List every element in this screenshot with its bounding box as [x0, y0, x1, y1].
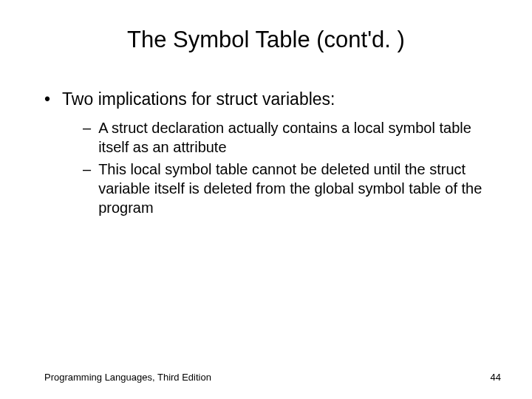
sub-bullet-item: – This local symbol table cannot be dele…: [83, 160, 502, 217]
slide-footer: Programming Languages, Third Edition 44: [44, 372, 501, 383]
main-bullet-text: Two implications for struct variables:: [62, 89, 335, 111]
bullet-dot-icon: •: [44, 89, 50, 111]
sub-bullet-text: This local symbol table cannot be delete…: [98, 160, 502, 217]
slide-container: The Symbol Table (cont'd. ) • Two implic…: [0, 0, 532, 399]
slide-content: • Two implications for struct variables:…: [30, 89, 502, 217]
sub-bullet-text: A struct declaration actually contains a…: [98, 118, 502, 157]
dash-icon: –: [83, 118, 91, 137]
sub-bullet-item: – A struct declaration actually contains…: [83, 118, 502, 157]
sub-bullet-list: – A struct declaration actually contains…: [44, 118, 502, 217]
slide-title: The Symbol Table (cont'd. ): [30, 27, 502, 53]
main-bullet: • Two implications for struct variables:: [44, 89, 502, 111]
page-number: 44: [491, 372, 501, 383]
dash-icon: –: [83, 160, 91, 179]
footer-source: Programming Languages, Third Edition: [44, 372, 211, 383]
